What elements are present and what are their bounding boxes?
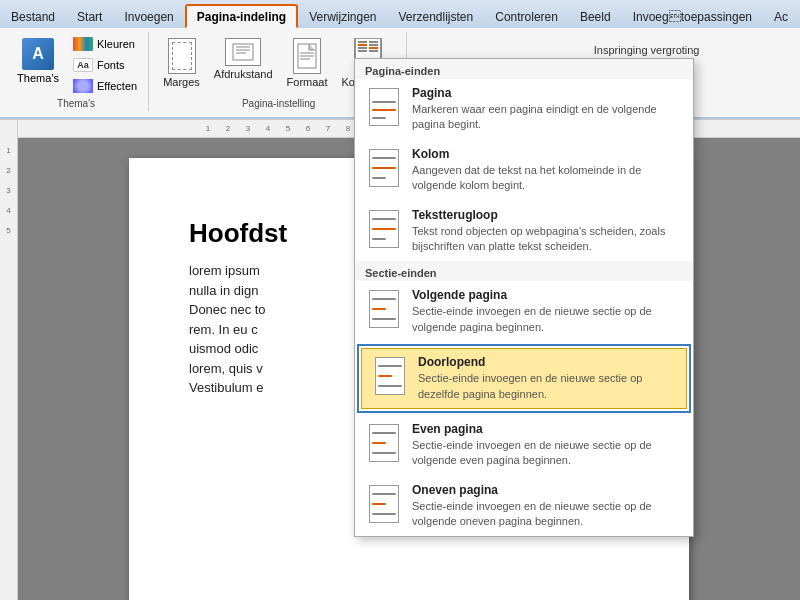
kolom-desc: Aangeven dat de tekst na het kolomeinde … — [412, 163, 682, 194]
oneven-pagina-title: Oneven pagina — [412, 483, 682, 497]
page-setup-group-label: Pagina-instelling — [242, 96, 315, 109]
dropdown-item-even-pagina[interactable]: Even pagina Sectie-einde invoegen en de … — [355, 415, 693, 476]
tab-ac[interactable]: Ac — [763, 4, 799, 28]
tab-controleren[interactable]: Controleren — [484, 4, 569, 28]
kolom-text: Kolom Aangeven dat de tekst na het kolom… — [412, 147, 682, 194]
tab-invoeg-toepassingen[interactable]: Invoegtoepassingen — [622, 4, 763, 28]
afdrukstand-label: Afdrukstand — [214, 68, 273, 80]
fonts-label: Fonts — [97, 59, 125, 71]
effecten-label: Effecten — [97, 80, 137, 92]
ruler-h-2: 2 — [218, 124, 238, 133]
tab-bar: Bestand Start Invoegen Pagina-indeling V… — [0, 0, 800, 28]
ruler-mark-5: 5 — [6, 220, 10, 240]
dropdown-item-volgende-pagina[interactable]: Volgende pagina Sectie-einde invoegen en… — [355, 281, 693, 342]
marges-button[interactable]: Marges — [157, 34, 206, 92]
formaat-button[interactable]: Formaat — [281, 34, 334, 92]
kleuren-label: Kleuren — [97, 38, 135, 50]
kleuren-button[interactable]: Kleuren — [68, 34, 142, 54]
ruler-mark-2: 2 — [6, 160, 10, 180]
themas-icon: A — [22, 38, 54, 70]
pagina-einden-label: Pagina-einden — [355, 59, 693, 79]
dropdown-item-doorlopend[interactable]: Doorlopend Sectie-einde invoegen en de n… — [361, 348, 687, 409]
pagina-text: Pagina Markeren waar een pagina eindigt … — [412, 86, 682, 133]
theme-sub-buttons: Kleuren Aa Fonts Effecten — [68, 34, 142, 96]
kleuren-icon — [73, 37, 93, 51]
ruler-mark-1: 1 — [6, 140, 10, 160]
ruler-h-marks: 1 2 3 4 5 6 7 8 — [198, 124, 358, 133]
afdrukstand-icon — [225, 38, 261, 66]
formaat-icon — [293, 38, 321, 74]
dropdown-item-pagina[interactable]: Pagina Markeren waar een pagina eindigt … — [355, 79, 693, 140]
fonts-icon: Aa — [73, 58, 93, 72]
volgende-pagina-icon — [366, 288, 402, 330]
tab-verwijzingen[interactable]: Verwijzingen — [298, 4, 387, 28]
dropdown-item-tekstterugloop[interactable]: Tekstterugloop Tekst rond objecten op we… — [355, 201, 693, 262]
doorlopend-icon — [372, 355, 408, 397]
ruler-mark-3: 3 — [6, 180, 10, 200]
themes-group-items: A Thema's Kleuren Aa Fonts Eff — [10, 34, 142, 96]
volgende-pagina-text: Volgende pagina Sectie-einde invoegen en… — [412, 288, 682, 335]
doorlopend-wrapper: Doorlopend Sectie-einde invoegen en de n… — [357, 344, 691, 413]
tekstterugloop-title: Tekstterugloop — [412, 208, 682, 222]
tab-invoegen[interactable]: Invoegen — [113, 4, 184, 28]
kolom-title: Kolom — [412, 147, 682, 161]
ruler-vertical: 1 2 3 4 5 — [0, 120, 18, 600]
tekstterugloop-desc: Tekst rond objecten op webpagina's schei… — [412, 224, 682, 255]
even-pagina-text: Even pagina Sectie-einde invoegen en de … — [412, 422, 682, 469]
even-pagina-title: Even pagina — [412, 422, 682, 436]
ruler-mark-4: 4 — [6, 200, 10, 220]
effecten-icon — [73, 79, 93, 93]
tab-verzendlijsten[interactable]: Verzendlijsten — [388, 4, 485, 28]
tab-bestand[interactable]: Bestand — [0, 4, 66, 28]
tab-beeld[interactable]: Beeld — [569, 4, 622, 28]
dropdown-item-kolom[interactable]: Kolom Aangeven dat de tekst na het kolom… — [355, 140, 693, 201]
inspring-label: Inspringing vergroting — [594, 44, 786, 56]
themas-button[interactable]: A Thema's — [10, 34, 66, 88]
pagina-icon — [366, 86, 402, 128]
oneven-pagina-desc: Sectie-einde invoegen en de nieuwe secti… — [412, 499, 682, 530]
ruler-h-1: 1 — [198, 124, 218, 133]
ruler-h-6: 6 — [298, 124, 318, 133]
oneven-pagina-text: Oneven pagina Sectie-einde invoegen en d… — [412, 483, 682, 530]
tab-start[interactable]: Start — [66, 4, 113, 28]
themas-label: Thema's — [17, 72, 59, 84]
tab-pagina-indeling[interactable]: Pagina-indeling — [185, 4, 298, 28]
kolom-icon — [366, 147, 402, 189]
dropdown-menu: Pagina-einden Pagina Markeren waar een p… — [354, 58, 694, 537]
volgende-pagina-desc: Sectie-einde invoegen en de nieuwe secti… — [412, 304, 682, 335]
themes-group-label: Thema's — [57, 96, 95, 109]
ruler-h-5: 5 — [278, 124, 298, 133]
pagina-title: Pagina — [412, 86, 682, 100]
afdrukstand-button[interactable]: Afdrukstand — [208, 34, 279, 84]
marges-label: Marges — [163, 76, 200, 88]
tekstterugloop-icon — [366, 208, 402, 250]
fonts-button[interactable]: Aa Fonts — [68, 55, 142, 75]
ruler-h-3: 3 — [238, 124, 258, 133]
pagina-desc: Markeren waar een pagina eindigt en de v… — [412, 102, 682, 133]
tekstterugloop-text: Tekstterugloop Tekst rond objecten op we… — [412, 208, 682, 255]
doorlopend-desc: Sectie-einde invoegen en de nieuwe secti… — [418, 371, 676, 402]
sectie-einden-label: Sectie-einden — [355, 261, 693, 281]
svg-rect-0 — [233, 44, 253, 60]
dropdown-item-oneven-pagina[interactable]: Oneven pagina Sectie-einde invoegen en d… — [355, 476, 693, 537]
even-pagina-desc: Sectie-einde invoegen en de nieuwe secti… — [412, 438, 682, 469]
themes-group: A Thema's Kleuren Aa Fonts Eff — [4, 32, 149, 111]
ruler-h-4: 4 — [258, 124, 278, 133]
oneven-pagina-icon — [366, 483, 402, 525]
volgende-pagina-title: Volgende pagina — [412, 288, 682, 302]
ruler-h-7: 7 — [318, 124, 338, 133]
even-pagina-icon — [366, 422, 402, 464]
doorlopend-text: Doorlopend Sectie-einde invoegen en de n… — [418, 355, 676, 402]
doorlopend-title: Doorlopend — [418, 355, 676, 369]
formaat-label: Formaat — [287, 76, 328, 88]
marges-icon — [168, 38, 196, 74]
effecten-button[interactable]: Effecten — [68, 76, 142, 96]
